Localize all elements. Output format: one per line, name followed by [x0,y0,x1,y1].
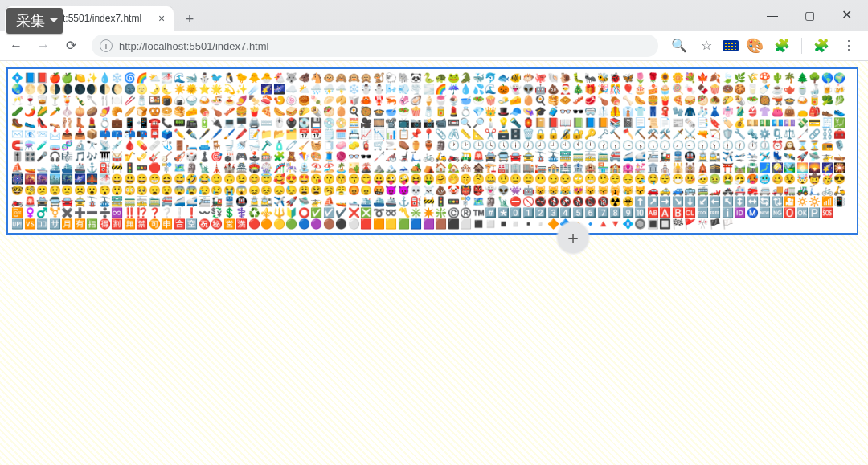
tab-strip: localhost:5501/index7.html × + [0,0,868,31]
eu-flag-icon[interactable] [723,40,739,51]
collect-overlay[interactable]: 采集 [6,8,63,34]
window-minimize-button[interactable]: — [754,3,791,27]
address-bar-url: http://localhost:5501/index7.html [119,40,268,52]
bookmark-star-icon[interactable]: ☆ [695,35,718,57]
nav-forward-button: → [32,35,55,57]
page-content: 💠📘📕🍎🍏🍋✨💧❄️🌀🌈⛅🌁🌊🐋⛄🐦🐧🐤🐥🐣🐔🐺🐗🐴🐵🙈🙉🙊🐒🐑🐘🐼🐍🐢🐸🐊🐳🐬… [0,61,868,465]
window-maximize-button[interactable]: ▢ [791,3,828,27]
new-tab-button[interactable]: + [178,8,201,31]
touch-cursor-icon: ＋ [555,220,591,255]
menu-icon[interactable]: ⋮ [837,35,860,57]
paint-icon[interactable]: 🎨 [743,35,766,57]
nav-reload-button[interactable]: ⟳ [59,35,82,57]
window-close-button[interactable]: ✕ [828,3,865,27]
extensions-icon[interactable]: 🧩 [771,35,793,57]
close-icon[interactable]: × [156,13,167,24]
address-bar[interactable]: i http://localhost:5501/index7.html [92,35,658,57]
nav-back-button[interactable]: ← [5,35,27,57]
separator [801,38,802,54]
search-icon[interactable]: 🔍 [668,35,690,57]
emoji-grid[interactable]: 💠📘📕🍎🍏🍋✨💧❄️🌀🌈⛅🌁🌊🐋⛄🐦🐧🐤🐥🐣🐔🐺🐗🐴🐵🙈🙉🙊🐒🐑🐘🐼🐍🐢🐸🐊🐳🐬… [6,67,858,235]
profile-icon[interactable]: 🧩 [810,35,833,57]
site-info-icon[interactable]: i [100,39,113,52]
